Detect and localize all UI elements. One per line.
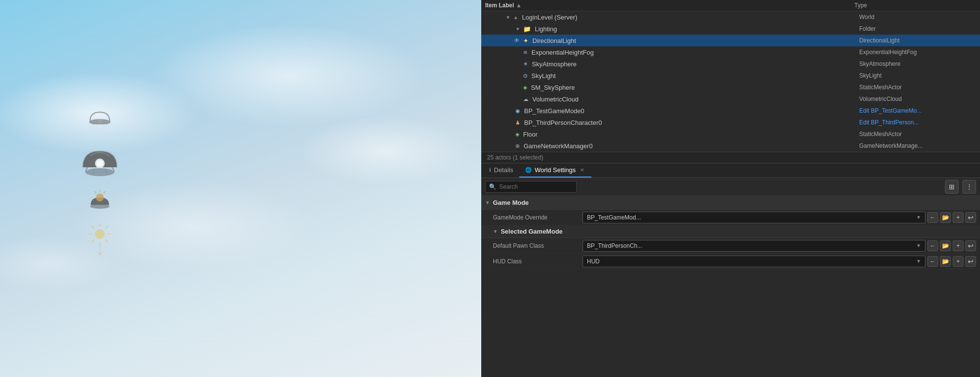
tree-item-skylight[interactable]: ⊙ SkyLight SkyLight	[481, 70, 980, 81]
game-mode-title: Game Mode	[493, 199, 529, 206]
gamemode-override-browse-btn[interactable]: 📂	[940, 212, 951, 223]
hud-new-btn[interactable]: +	[953, 256, 963, 267]
skylight-label: SkyLight	[531, 72, 857, 79]
gamemode-override-dropdown-arrow: ▼	[916, 215, 921, 220]
tree-item-sky-atmosphere[interactable]: ☀ SkyAtmosphere SkyAtmosphere	[481, 58, 980, 70]
tree-item-bp-gamemode[interactable]: ◉ BP_TestGameMode0 Edit BP_TestGameMo...	[481, 105, 980, 117]
cloud-background	[0, 0, 481, 377]
login-level-type: World	[859, 14, 976, 20]
tree-item-volumetric[interactable]: ☁ VolumetricCloud VolumetricCloud	[481, 93, 980, 105]
gamemode-override-new-btn[interactable]: +	[953, 212, 963, 223]
directional-light-label: DirectionalLight	[532, 37, 857, 44]
login-level-label: LoginLevel (Server)	[522, 14, 857, 21]
default-pawn-class-dropdown[interactable]: BP_ThirdPersonCh... ▼	[583, 240, 925, 252]
gamemode-override-reset-btn[interactable]: ↩	[965, 212, 976, 223]
default-pawn-value-text: BP_ThirdPersonCh...	[587, 242, 642, 249]
bp-gamemode-type[interactable]: Edit BP_TestGameMo...	[859, 107, 976, 114]
outliner: Item Label ▲ Type ▼ ▲ LoginLevel (Server…	[481, 0, 980, 163]
grid-view-button[interactable]: ⊞	[945, 180, 959, 194]
vis-icon-directional[interactable]: 👁	[512, 36, 521, 45]
add-icon: +	[956, 214, 960, 221]
tree-item-lighting[interactable]: ▼ 📁 Lighting Folder	[481, 23, 980, 35]
directional-light-icon: ✦	[523, 37, 528, 44]
navigate-icon-pawn: ←	[930, 242, 936, 249]
vis-icon-skysphere	[512, 83, 521, 92]
selected-gamemode-title: Selected GameMode	[501, 228, 563, 235]
tree-item-bp-character[interactable]: ♟ BP_ThirdPersonCharacter0 Edit BP_Third…	[481, 117, 980, 128]
vis-icon-bp-gamemode	[505, 106, 513, 115]
hud-browse-btn[interactable]: 📂	[940, 256, 951, 267]
vis-icon-skylight	[512, 71, 521, 80]
sky-atmosphere-actor-icon	[87, 188, 113, 210]
selected-gamemode-section-header[interactable]: ▼ Selected GameMode	[481, 225, 980, 238]
gamemode-override-dropdown[interactable]: BP_TestGameMod... ▼	[583, 212, 925, 223]
tree-item-directional-light[interactable]: 👁 ✦ DirectionalLight DirectionalLight	[481, 35, 980, 46]
hud-class-dropdown[interactable]: HUD ▼	[583, 256, 925, 267]
sort-icon: ▲	[516, 2, 522, 9]
tree-item-floor[interactable]: ◈ Floor StaticMeshActor	[481, 128, 980, 140]
reset-icon-pawn: ↩	[968, 242, 974, 250]
tab-details[interactable]: ℹ Details	[483, 163, 519, 178]
vis-icon-floor	[505, 130, 513, 139]
browse-icon: 📂	[942, 214, 949, 221]
hud-navigate-btn[interactable]: ←	[927, 256, 938, 267]
skylight-icon: ⊙	[523, 73, 528, 79]
hud-class-row: HUD Class HUD ▼ ← 📂 + ↩	[481, 254, 980, 269]
vis-icon-network	[505, 141, 513, 150]
default-pawn-reset-btn[interactable]: ↩	[965, 240, 976, 251]
default-pawn-navigate-btn[interactable]: ←	[927, 240, 938, 251]
bp-character-type[interactable]: Edit BP_ThirdPerson...	[859, 119, 976, 126]
more-options-button[interactable]: ⋮	[962, 180, 976, 194]
tab-world-settings[interactable]: 🌐 World Settings ✕	[519, 163, 591, 178]
default-pawn-class-value: BP_ThirdPersonCh... ▼ ← 📂 + ↩	[583, 240, 976, 252]
tab-close-world-settings[interactable]: ✕	[579, 167, 585, 174]
add-icon-pawn: +	[956, 242, 960, 249]
fog-type: ExponentialHeightFog	[859, 49, 976, 56]
sky-atmosphere-label: SkyAtmosphere	[532, 60, 857, 68]
tree-item-network-manager[interactable]: ⊕ GameNetworkManager0 GameNetworkManage.…	[481, 140, 980, 152]
gamemode-override-row: GameMode Override BP_TestGameMod... ▼ ← …	[481, 210, 980, 225]
gamemode-override-value: BP_TestGameMod... ▼ ← 📂 + ↩	[583, 212, 976, 223]
more-icon: ⋮	[966, 183, 973, 191]
default-pawn-browse-btn[interactable]: 📂	[940, 240, 951, 251]
svg-point-4	[96, 160, 103, 167]
default-pawn-class-label: Default Pawn Class	[485, 242, 583, 249]
svg-line-12	[104, 191, 105, 194]
folder-icon-lighting: 📁	[523, 25, 531, 33]
world-icon-login: ▲	[513, 15, 518, 20]
directional-light-type: DirectionalLight	[859, 37, 976, 44]
svg-line-20	[105, 239, 108, 242]
svg-line-21	[105, 226, 108, 229]
vis-icon-cloud	[512, 95, 521, 103]
hud-reset-btn[interactable]: ↩	[965, 256, 976, 267]
tab-world-settings-label: World Settings	[535, 166, 576, 174]
gamemode-override-navigate-btn[interactable]: ←	[927, 212, 938, 223]
add-icon-hud: +	[956, 258, 960, 265]
right-panel: Item Label ▲ Type ▼ ▲ LoginLevel (Server…	[481, 0, 980, 377]
vis-icon-fog	[512, 48, 521, 57]
tree-item-fog[interactable]: ≋ ExponentialHeightFog ExponentialHeight…	[481, 46, 980, 58]
game-mode-section-header[interactable]: ▼ Game Mode	[481, 196, 980, 210]
tree-item-skysphere[interactable]: ◈ SM_SkySphere StaticMeshActor	[481, 81, 980, 93]
tree-item-login-level[interactable]: ▼ ▲ LoginLevel (Server) World	[481, 11, 980, 23]
sky-atmo-icon: ☀	[523, 61, 528, 67]
selected-gamemode-expand-icon: ▼	[493, 229, 498, 234]
default-pawn-new-btn[interactable]: +	[953, 240, 963, 251]
search-input[interactable]	[485, 181, 577, 193]
vis-icon-lighting	[505, 24, 513, 33]
svg-point-2	[85, 168, 114, 176]
item-label-text: Item Label	[485, 2, 514, 9]
skysphere-type: StaticMeshActor	[859, 84, 976, 91]
svg-point-10	[96, 194, 104, 201]
type-header: Type	[854, 2, 976, 9]
properties-panel: ▼ Game Mode GameMode Override BP_TestGam…	[481, 196, 980, 377]
viewport[interactable]	[0, 0, 481, 377]
outliner-header-left: Item Label ▲	[485, 2, 850, 9]
lighting-type: Folder	[859, 25, 976, 32]
directional-arrow-icon	[85, 219, 114, 258]
grid-icon: ⊞	[949, 183, 955, 191]
details-icon: ℹ	[489, 167, 491, 173]
hud-value-text: HUD	[587, 258, 600, 265]
bp-character-label: BP_ThirdPersonCharacter0	[524, 119, 857, 126]
cloud-icon: ☁	[523, 96, 528, 102]
